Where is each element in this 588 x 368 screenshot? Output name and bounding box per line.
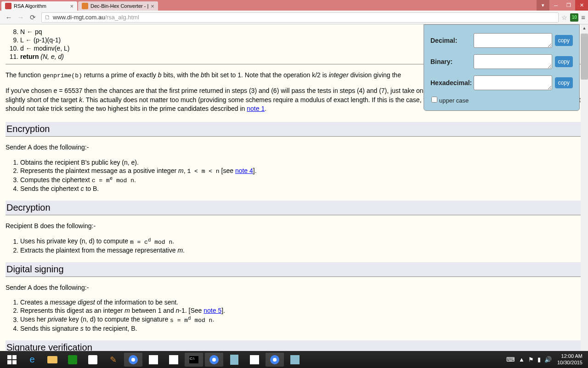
- svg-rect-2: [7, 360, 11, 364]
- list-item: Represents this digest as an integer m b…: [20, 307, 582, 314]
- tab-title: RSA Algorithm: [14, 3, 68, 9]
- uppercase-option[interactable]: upper case: [430, 97, 573, 104]
- minimize-button[interactable]: ─: [549, 0, 562, 11]
- scroll-up-icon[interactable]: ▲: [581, 24, 588, 32]
- app-icon[interactable]: [225, 353, 243, 367]
- note-link[interactable]: note 4: [235, 167, 253, 174]
- note-link[interactable]: note 5: [204, 307, 221, 314]
- paragraph: Sender A does the following:-: [6, 143, 582, 152]
- decryption-steps: Uses his private key (n, d) to compute m…: [6, 237, 582, 253]
- heading-verification: Signature verification: [6, 340, 582, 351]
- svg-point-5: [131, 358, 135, 362]
- app-icon[interactable]: [84, 353, 102, 367]
- svg-rect-0: [7, 355, 11, 359]
- browser-tabs: RSA Algorithm × Dec-Bin-Hex Converter - …: [0, 0, 537, 11]
- decimal-input[interactable]: [474, 33, 552, 48]
- list-item: Creates a message digest of the informat…: [20, 299, 582, 306]
- tab-converter[interactable]: Dec-Bin-Hex Converter - | ×: [78, 1, 158, 11]
- heading-decryption: Decryption: [6, 201, 582, 215]
- explorer-icon[interactable]: [43, 353, 62, 367]
- copy-decimal-button[interactable]: copy: [555, 35, 573, 46]
- paragraph: Sender A does the following:-: [6, 283, 582, 293]
- list-item: Represents the plaintext message as a po…: [20, 167, 582, 175]
- menu-button[interactable]: ≡: [581, 13, 585, 21]
- window-titlebar: RSA Algorithm × Dec-Bin-Hex Converter - …: [0, 0, 588, 11]
- network-icon[interactable]: ▮: [537, 356, 541, 363]
- address-bar: ← → ⟳ 🗋 www.di-mgt.com.au/rsa_alg.html ☆…: [0, 11, 588, 24]
- user-button[interactable]: ▾: [537, 0, 549, 11]
- maximize-button[interactable]: ❐: [562, 0, 575, 11]
- app-icon[interactable]: [286, 353, 304, 367]
- converter-popup: Decimal: copy Binary: copy Hexadecimal: …: [424, 24, 580, 111]
- close-icon[interactable]: ×: [70, 3, 74, 10]
- binary-label: Binary:: [430, 58, 474, 65]
- bookmark-icon[interactable]: ☆: [561, 14, 567, 21]
- url-input[interactable]: 🗋 www.di-mgt.com.au/rsa_alg.html: [41, 12, 559, 23]
- keyboard-icon[interactable]: ⌨: [506, 356, 515, 363]
- hex-label: Hexadecimal:: [430, 79, 474, 86]
- taskbar: e ✎ C:\ ⌨ ▲ ⚑ ▮ 🔊 12:00 AM 10/30/2015: [0, 351, 588, 368]
- encryption-steps: Obtains the recipient B's public key (n,…: [6, 159, 582, 192]
- scrollbar[interactable]: ▲: [581, 24, 588, 351]
- url-path: /rsa_alg.html: [105, 14, 139, 21]
- app-icon[interactable]: [164, 353, 183, 367]
- cmd-icon[interactable]: C:\: [185, 353, 203, 367]
- favicon-icon: [82, 3, 88, 9]
- page-content: N ← pq L ← (p-1)(q-1) d ← modinv(e, L) r…: [0, 24, 588, 351]
- close-icon[interactable]: ×: [151, 3, 154, 10]
- chrome-icon[interactable]: [124, 353, 142, 367]
- app-icon[interactable]: ✎: [104, 353, 122, 367]
- flag-icon[interactable]: ⚑: [528, 356, 534, 363]
- app-icon[interactable]: [144, 353, 163, 367]
- chrome-icon[interactable]: [266, 353, 284, 367]
- tab-rsa-algorithm[interactable]: RSA Algorithm ×: [1, 1, 77, 11]
- time: 12:00 AM: [557, 353, 582, 359]
- list-item: Sends this signature s to the recipient,…: [20, 325, 582, 332]
- list-item: Uses her private key (n, d) to compute t…: [20, 315, 582, 323]
- uppercase-checkbox[interactable]: [431, 97, 437, 103]
- hex-input[interactable]: [474, 75, 552, 90]
- forward-button[interactable]: →: [16, 12, 26, 23]
- window-controls: ▾ ─ ❐ ✕: [537, 0, 588, 11]
- copy-hex-button[interactable]: copy: [555, 77, 573, 88]
- back-button[interactable]: ←: [4, 12, 14, 23]
- list-item: Computes the ciphertext c = me mod n.: [20, 176, 582, 184]
- svg-rect-3: [12, 360, 17, 364]
- binary-input[interactable]: [474, 54, 552, 69]
- paragraph: Recipient B does the following:-: [6, 222, 582, 231]
- list-item: Uses his private key (n, d) to compute m…: [20, 237, 582, 245]
- list-item: Obtains the recipient B's public key (n,…: [20, 159, 582, 166]
- svg-point-7: [212, 358, 216, 362]
- clock[interactable]: 12:00 AM 10/30/2015: [557, 353, 582, 365]
- reload-button[interactable]: ⟳: [28, 12, 38, 23]
- app-icon[interactable]: [245, 353, 264, 367]
- tab-title: Dec-Bin-Hex Converter - |: [90, 3, 148, 9]
- store-icon[interactable]: [63, 353, 82, 367]
- svg-point-9: [273, 358, 277, 362]
- heading-signing: Digital signing: [6, 262, 582, 277]
- signing-steps: Creates a message digest of the informat…: [6, 299, 582, 332]
- favicon-icon: [5, 3, 11, 9]
- date: 10/30/2015: [557, 360, 582, 366]
- chrome-icon[interactable]: [205, 353, 223, 367]
- note-link[interactable]: note 1: [247, 105, 265, 112]
- heading-encryption: Encryption: [6, 122, 582, 137]
- url-domain: www.di-mgt.com.au: [53, 14, 105, 21]
- start-button[interactable]: [3, 353, 21, 367]
- ie-icon[interactable]: e: [23, 353, 41, 367]
- system-tray: ⌨ ▲ ⚑ ▮ 🔊 12:00 AM 10/30/2015: [504, 353, 586, 365]
- svg-rect-1: [12, 355, 17, 359]
- list-item: Sends the ciphertext c to B.: [20, 185, 582, 192]
- copy-binary-button[interactable]: copy: [555, 56, 573, 67]
- extension-badge[interactable]: 10: [570, 13, 578, 22]
- scroll-thumb[interactable]: [581, 34, 588, 80]
- volume-icon[interactable]: 🔊: [544, 356, 552, 363]
- chevron-up-icon[interactable]: ▲: [519, 356, 525, 363]
- decimal-label: Decimal:: [430, 37, 474, 44]
- close-button[interactable]: ✕: [575, 0, 588, 11]
- list-item: Extracts the plaintext from the message …: [20, 247, 582, 254]
